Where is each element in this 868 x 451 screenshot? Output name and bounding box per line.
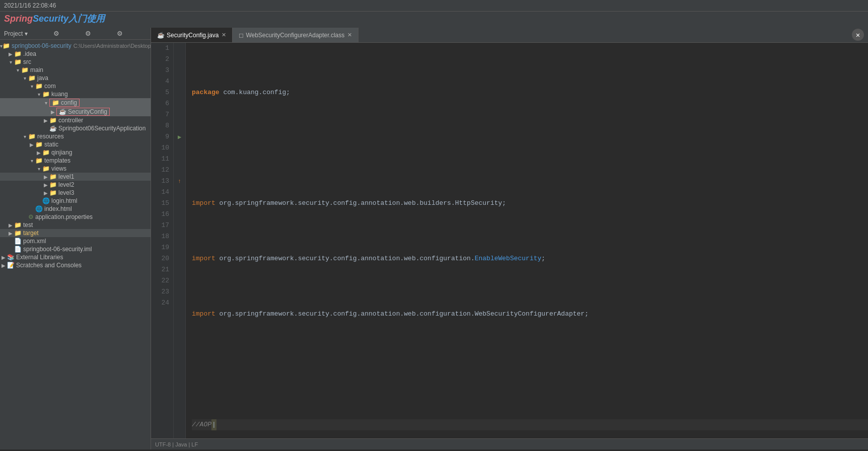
toggle-test[interactable]: ▶ [7, 222, 14, 228]
tree-item-test[interactable]: ▶ 📁 test [0, 221, 151, 229]
toggle-resources[interactable]: ▾ [21, 134, 28, 139]
tab-bar: ☕ SecurityConfig.java ✕ ◻ WebSecurityCon… [151, 28, 868, 43]
sidebar-icon-3[interactable]: ⚙ [117, 30, 123, 37]
tree-item-login[interactable]: 🌐 login.html [0, 197, 151, 205]
folder-icon-scratches: 📝 [7, 262, 15, 269]
tree-label-test: test [23, 221, 33, 229]
tree-label-pom: pom.xml [23, 238, 46, 245]
tree-item-level2[interactable]: ▶ 📁 level2 [0, 181, 151, 189]
tab-icon-java: ☕ [157, 32, 165, 39]
tree-item-config[interactable]: ▾ 📁 config [0, 98, 151, 107]
folder-icon-level1: 📁 [49, 173, 57, 180]
toggle-controller[interactable]: ▶ [42, 118, 49, 123]
tree-item-controller[interactable]: ▶ 📁 controller [0, 116, 151, 124]
line-num-24: 24 [155, 297, 169, 309]
code-content[interactable]: package com.kuang.config; import org.spr… [186, 43, 868, 438]
tree-label-security-config: SecurityConfig [68, 108, 107, 115]
tree-item-external-libs[interactable]: ▶ 📚 External Libraries [0, 253, 151, 261]
tab-close-security-config[interactable]: ✕ [222, 32, 226, 38]
tree-item-level3[interactable]: ▶ 📁 level3 [0, 189, 151, 197]
tree-item-kuang[interactable]: ▾ 📁 kuang [0, 90, 151, 98]
file-tree: ▾ 📁 springboot-06-security C:\Users\Admi… [0, 40, 151, 271]
tree-label-scratches: Scratches and Consoles [16, 262, 82, 269]
toggle-idea[interactable]: ▶ [7, 51, 14, 57]
toggle-level2[interactable]: ▶ [42, 182, 49, 188]
gutter-9-run[interactable]: ▶ [174, 131, 185, 142]
kw-import-3: import [192, 198, 215, 209]
tree-item-idea[interactable]: ▶ 📁 .idea [0, 50, 151, 58]
tree-item-scratches[interactable]: ▶ 📝 Scratches and Consoles [0, 261, 151, 269]
tree-item-app[interactable]: ☕ Springboot06SecurityApplication [0, 124, 151, 132]
toggle-external-libs[interactable]: ▶ [0, 255, 7, 260]
tree-item-src[interactable]: ▾ 📁 src [0, 58, 151, 66]
tree-item-com[interactable]: ▾ 📁 com [0, 82, 151, 90]
toggle-target[interactable]: ▶ [7, 231, 14, 236]
line-num-13: 13 [155, 176, 169, 187]
tree-item-qinjiang[interactable]: ▶ 📁 qinjiang [0, 148, 151, 157]
toggle-level1[interactable]: ▶ [42, 174, 49, 180]
line-num-3: 3 [155, 65, 169, 76]
tree-label-views: views [51, 165, 66, 172]
gutter-20 [174, 253, 185, 264]
toggle-templates[interactable]: ▾ [28, 158, 35, 164]
title-bar: SpringSecurity入门使用 [0, 12, 868, 28]
toggle-src[interactable]: ▾ [7, 59, 14, 65]
tree-label-level1: level1 [58, 173, 74, 180]
folder-icon-com: 📁 [35, 83, 43, 90]
tab-close-adapter[interactable]: ✕ [347, 32, 352, 38]
tree-label-static: static [44, 141, 58, 148]
tree-item-security-config[interactable]: ▶ ☕ SecurityConfig [0, 107, 151, 116]
tab-websecurity-adapter[interactable]: ◻ WebSecurityConfigurerAdapter.class ✕ [233, 28, 358, 42]
sidebar-icon-2[interactable]: ⚙ [85, 30, 91, 37]
line-num-17: 17 [155, 220, 169, 231]
gutter-17 [174, 220, 185, 231]
status-text: UTF-8 | Java | LF [155, 441, 198, 447]
gutter-18 [174, 231, 185, 242]
folder-icon-root: 📁 [3, 42, 10, 49]
properties-icon: ⚙ [28, 213, 34, 220]
toggle-java[interactable]: ▾ [21, 76, 28, 81]
code-editor[interactable]: 1 2 3 4 5 6 7 8 9 10 11 12 13 14 15 16 1… [151, 43, 868, 438]
tree-item-views[interactable]: ▾ 📁 views [0, 165, 151, 173]
tree-item-main[interactable]: ▾ 📁 main [0, 66, 151, 74]
tree-label-iml: springboot-06-security.iml [23, 246, 92, 253]
tree-item-java[interactable]: ▾ 📁 java [0, 74, 151, 82]
tree-item-target[interactable]: ▶ 📁 target [0, 229, 151, 237]
toggle-level3[interactable]: ▶ [42, 190, 49, 196]
toggle-com[interactable]: ▾ [28, 84, 35, 89]
toggle-main[interactable]: ▾ [14, 67, 21, 73]
gutter-2 [174, 54, 185, 65]
close-button[interactable]: ✕ [852, 29, 864, 41]
tree-item-resources[interactable]: ▾ 📁 resources [0, 132, 151, 140]
tree-item-pom[interactable]: 📄 pom.xml [0, 237, 151, 245]
tree-label-login: login.html [51, 197, 77, 204]
toggle-qinjiang[interactable]: ▶ [35, 150, 42, 156]
gutter-13-override[interactable]: ↑ [174, 176, 185, 187]
title-rest: 入门使用 [68, 14, 105, 24]
folder-icon-views: 📁 [42, 165, 50, 172]
tree-item-iml[interactable]: 📄 springboot-06-security.iml [0, 245, 151, 253]
line-num-20: 20 [155, 253, 169, 264]
page-title: SpringSecurity入门使用 [4, 14, 105, 24]
sidebar-icon-1[interactable]: ⚙ [53, 30, 59, 37]
tree-item-root[interactable]: ▾ 📁 springboot-06-security C:\Users\Admi… [0, 42, 151, 50]
tree-item-level1[interactable]: ▶ 📁 level1 [0, 173, 151, 181]
folder-icon-level3: 📁 [49, 189, 57, 196]
line-num-7: 7 [155, 109, 169, 120]
tree-item-templates[interactable]: ▾ 📁 templates [0, 157, 151, 165]
toggle-static[interactable]: ▶ [28, 142, 35, 147]
toggle-kuang[interactable]: ▾ [35, 92, 42, 97]
line-num-19: 19 [155, 242, 169, 253]
tree-item-properties[interactable]: ⚙ application.properties [0, 213, 151, 221]
tree-label-level2: level2 [58, 181, 74, 188]
line-num-15: 15 [155, 198, 169, 209]
tree-item-static[interactable]: ▶ 📁 static [0, 140, 151, 148]
tab-security-config[interactable]: ☕ SecurityConfig.java ✕ [151, 28, 233, 42]
toggle-views[interactable]: ▾ [35, 166, 42, 172]
toggle-scratches[interactable]: ▶ [0, 263, 7, 268]
toggle-security-config[interactable]: ▶ [49, 109, 56, 115]
code-line-3: import org.springframework.security.conf… [192, 198, 868, 209]
toggle-config[interactable]: ▾ [42, 100, 49, 106]
tree-item-index[interactable]: 🌐 index.html [0, 205, 151, 213]
tab-icon-class: ◻ [239, 32, 244, 39]
